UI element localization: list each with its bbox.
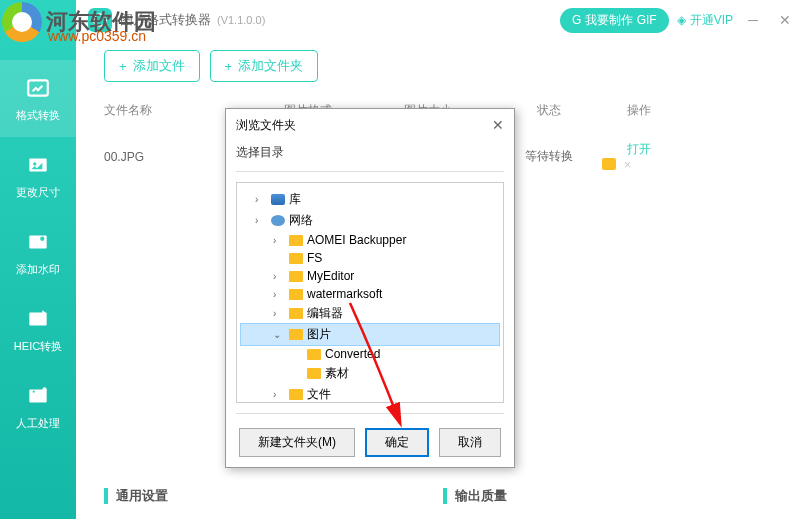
tree-node[interactable]: ›MyEditor (241, 267, 499, 285)
dialog-titlebar: 浏览文件夹 ✕ (226, 109, 514, 142)
folder-icon (289, 329, 303, 340)
expander-icon[interactable]: › (273, 289, 285, 300)
folder-icon (289, 289, 303, 300)
dialog-subtitle: 选择目录 (226, 142, 514, 167)
tree-node-label: 编辑器 (307, 305, 343, 322)
expander-icon[interactable]: › (273, 235, 285, 246)
folder-icon (289, 235, 303, 246)
cancel-button[interactable]: 取消 (439, 428, 501, 457)
expander-icon[interactable]: › (273, 389, 285, 400)
dialog-buttons: 新建文件夹(M) 确定 取消 (226, 418, 514, 467)
expander-icon[interactable]: › (255, 194, 267, 205)
expander-icon[interactable]: › (273, 271, 285, 282)
close-icon[interactable]: ✕ (492, 117, 504, 134)
tree-node[interactable]: ›网络 (241, 210, 499, 231)
tree-node-label: 网络 (289, 212, 313, 229)
tree-node-label: watermarksoft (307, 287, 382, 301)
library-icon (271, 194, 285, 205)
ok-button[interactable]: 确定 (365, 428, 429, 457)
dialog-title-text: 浏览文件夹 (236, 117, 296, 134)
expander-icon[interactable]: › (273, 308, 285, 319)
logo-icon (2, 2, 42, 42)
tree-node[interactable]: Converted (241, 345, 499, 363)
new-folder-button[interactable]: 新建文件夹(M) (239, 428, 355, 457)
folder-icon (307, 368, 321, 379)
folder-tree[interactable]: ›库›网络›AOMEI BackupperFS›MyEditor›waterma… (236, 182, 504, 403)
tree-node[interactable]: ⌄图片 (241, 324, 499, 345)
tree-node-label: MyEditor (307, 269, 354, 283)
tree-node-label: 库 (289, 191, 301, 208)
tree-node-label: Converted (325, 347, 380, 361)
tree-node[interactable]: ›文件 (241, 384, 499, 403)
expander-icon[interactable]: ⌄ (273, 329, 285, 340)
divider (236, 171, 504, 172)
tree-node[interactable]: ›AOMEI Backupper (241, 231, 499, 249)
folder-icon (289, 308, 303, 319)
network-icon (271, 215, 285, 226)
folder-icon (289, 253, 303, 264)
tree-node-label: FS (307, 251, 322, 265)
browse-folder-dialog: 浏览文件夹 ✕ 选择目录 ›库›网络›AOMEI BackupperFS›MyE… (225, 108, 515, 468)
tree-node-label: 文件 (307, 386, 331, 403)
expander-icon[interactable]: › (255, 215, 267, 226)
tree-node[interactable]: ›编辑器 (241, 303, 499, 324)
folder-icon (289, 389, 303, 400)
tree-node[interactable]: 素材 (241, 363, 499, 384)
folder-icon (289, 271, 303, 282)
dialog-overlay: 浏览文件夹 ✕ 选择目录 ›库›网络›AOMEI BackupperFS›MyE… (0, 0, 809, 519)
tree-node-label: 图片 (307, 326, 331, 343)
tree-node[interactable]: FS (241, 249, 499, 267)
tree-node-label: 素材 (325, 365, 349, 382)
watermark-url: www.pc0359.cn (48, 28, 146, 44)
tree-node[interactable]: ›watermarksoft (241, 285, 499, 303)
tree-node-label: AOMEI Backupper (307, 233, 406, 247)
tree-node[interactable]: ›库 (241, 189, 499, 210)
divider (236, 413, 504, 414)
folder-icon (307, 349, 321, 360)
